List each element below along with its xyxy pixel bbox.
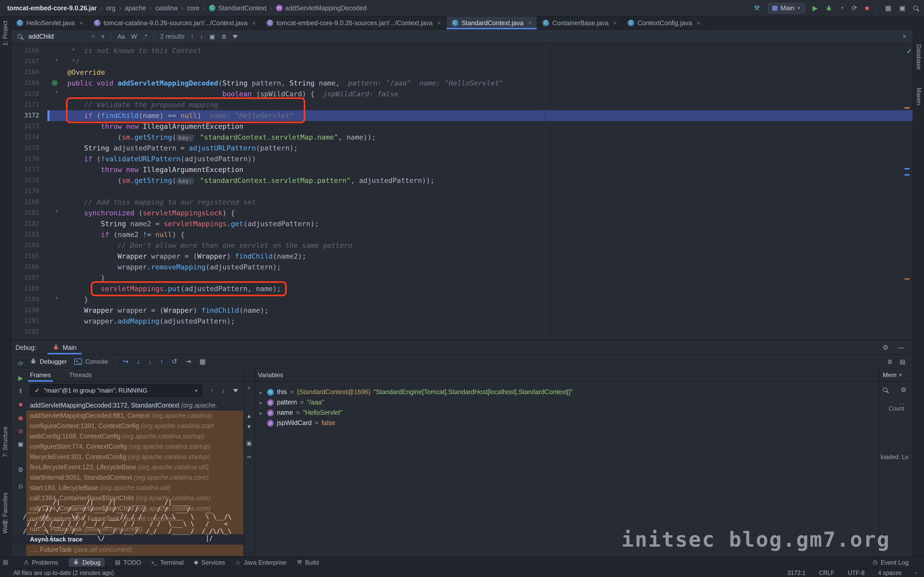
code-line: * is not known to this Context: [50, 45, 503, 56]
file-encoding[interactable]: UTF-8: [848, 569, 864, 576]
rerun-icon[interactable]: ⟳: [13, 360, 28, 367]
settings-gear-icon[interactable]: ⚙: [13, 466, 28, 474]
variable-row[interactable]: ▸≡this = {StandardContext@1696} "Standar…: [258, 387, 573, 397]
close-find-bar-icon[interactable]: ×: [903, 32, 906, 40]
code-line: wrapper.addMapping(adjustedPattern);: [50, 316, 503, 327]
tool-windows-button[interactable]: ▦: [885, 5, 892, 11]
clear-search-icon[interactable]: ×: [91, 33, 95, 40]
editor-tab[interactable]: Ctomcat-catalina-9.0.26-sources.jar!/...…: [89, 16, 262, 29]
select-all-occurrences-icon[interactable]: ▣: [209, 33, 215, 40]
search-input[interactable]: addChild: [28, 33, 85, 40]
search-toggle-[interactable]: .*: [143, 33, 147, 40]
caret-position[interactable]: 3172:1: [787, 569, 805, 576]
stop-icon[interactable]: ■: [13, 401, 28, 408]
variable-row[interactable]: ▸pname = "HelloServlet": [258, 408, 342, 418]
fold-marker-icon[interactable]: ▾: [53, 295, 60, 300]
build-icon: ⚒: [297, 559, 302, 566]
close-tab-icon[interactable]: ×: [79, 19, 83, 27]
breadcrumb-item[interactable]: CStandardContext: [209, 4, 267, 11]
toolwindow-todo[interactable]: ▤TODO: [115, 559, 141, 566]
fold-marker-icon[interactable]: ▾: [53, 57, 60, 62]
editor-tab[interactable]: CContextConfig.java×: [623, 16, 706, 29]
breadcrumb-separator: ›: [150, 4, 152, 11]
event-log-icon: ◷: [873, 559, 877, 566]
code-line: // Add this mapping to our registered se…: [50, 197, 503, 208]
editor-tab[interactable]: Ctomcat-embed-core-9.0.26-sources.jar!/.…: [262, 16, 446, 29]
breadcrumb-item[interactable]: core: [187, 4, 200, 11]
coverage-button[interactable]: ◔: [840, 5, 844, 11]
toolwindow-java-enterprise[interactable]: ♨Java Enterprise: [235, 559, 287, 566]
override-method-icon[interactable]: ↑: [52, 80, 58, 86]
variable-row[interactable]: pjspWildCard = false: [258, 418, 335, 428]
tool-window-switcher-icon[interactable]: ▦: [3, 558, 8, 566]
view-breakpoints-icon[interactable]: ◉: [13, 414, 28, 421]
editor-tab[interactable]: CStandardContext.java×: [446, 16, 537, 29]
inspections-ok-icon[interactable]: ✓: [906, 47, 912, 55]
expand-node-icon[interactable]: ▸: [258, 400, 264, 405]
editor-tab[interactable]: CHelloServlet.java×: [11, 16, 89, 29]
expand-node-icon[interactable]: ▸: [258, 389, 264, 395]
stop-button[interactable]: ■: [865, 5, 869, 11]
mute-breakpoints-icon[interactable]: ⊘: [13, 427, 28, 435]
prev-match-icon[interactable]: ↑: [191, 33, 194, 40]
toolwindow-services[interactable]: ◆Services: [194, 559, 225, 566]
lock-icon[interactable]: ▪: [915, 570, 917, 575]
search-toggle-aa[interactable]: Aa: [117, 33, 125, 40]
stripe-item-maven[interactable]: Maven: [916, 88, 922, 105]
code-line: public void addServletMappingDecoded(Str…: [50, 78, 503, 89]
pin-icon[interactable]: ⊙: [13, 483, 28, 490]
thread-dump-icon[interactable]: ▣: [13, 440, 28, 448]
build-hammer-icon[interactable]: ⚒: [754, 5, 760, 11]
variable-row[interactable]: ▸ppattern = "/aaa": [258, 397, 324, 408]
editor-tab[interactable]: CContainerBase.java×: [538, 16, 623, 29]
close-tab-icon[interactable]: ×: [528, 19, 532, 27]
next-match-icon[interactable]: ↓: [200, 33, 203, 40]
pause-icon[interactable]: ‖: [13, 387, 28, 395]
memory-settings-gear-icon[interactable]: ⚙: [901, 386, 906, 393]
stripe-item--project[interactable]: 1: Project: [2, 21, 8, 45]
resume-icon[interactable]: ▶: [13, 374, 28, 382]
class-icon: C: [543, 19, 549, 26]
search-history-icon[interactable]: ▾: [101, 32, 105, 40]
close-tab-icon[interactable]: ×: [613, 19, 617, 27]
breadcrumb-item[interactable]: maddServletMappingDecoded: [276, 4, 367, 11]
stripe-item-database[interactable]: Database: [916, 44, 922, 69]
separator: [111, 32, 111, 40]
separator: [877, 4, 877, 12]
breadcrumb-item[interactable]: catalina: [155, 4, 178, 11]
run-button[interactable]: ▶: [813, 5, 818, 11]
debug-button[interactable]: [825, 5, 832, 11]
search-toggle-w[interactable]: W: [131, 33, 137, 40]
profiler-button[interactable]: ⟳: [851, 5, 857, 11]
breadcrumb-item[interactable]: apache: [125, 4, 146, 11]
indent-style[interactable]: 4 spaces: [878, 569, 902, 576]
stripe-item-web[interactable]: Web: [2, 521, 8, 533]
toolwindow-debug[interactable]: Debug: [68, 558, 105, 567]
toolwindow-terminal[interactable]: >_Terminal: [152, 559, 184, 566]
line-separator[interactable]: CRLF: [819, 569, 834, 576]
monitor-button[interactable]: ▣: [899, 5, 905, 11]
search-everywhere-button[interactable]: [913, 6, 918, 10]
toolwindow-event-log[interactable]: ◷Event Log: [873, 559, 924, 566]
expand-node-icon[interactable]: ▸: [258, 410, 264, 416]
stripe-item--favorites[interactable]: 2: Favorites: [2, 493, 8, 524]
run-config-selector[interactable]: Main▾: [767, 3, 804, 13]
close-tab-icon[interactable]: ×: [252, 19, 256, 27]
close-tab-icon[interactable]: ×: [696, 19, 700, 27]
find-options-icon[interactable]: ≣: [221, 33, 226, 40]
breadcrumb-item[interactable]: tomcat-embed-core-9.0.26.jar: [7, 4, 97, 11]
stripe-item--structure[interactable]: 7: Structure: [2, 427, 8, 457]
close-tab-icon[interactable]: ×: [437, 19, 441, 27]
filter-icon[interactable]: [233, 33, 238, 40]
scrollbar-mark: [905, 107, 909, 109]
memory-search-icon[interactable]: [883, 387, 887, 392]
fold-marker-icon[interactable]: ▾: [53, 90, 60, 95]
toolwindow-build[interactable]: ⚒Build: [297, 559, 319, 566]
separator: [153, 32, 154, 40]
breadcrumb-item[interactable]: org: [106, 4, 115, 11]
fold-marker-icon[interactable]: ▾: [53, 209, 60, 214]
code-editor[interactable]: 3166316731683169317031713172317331743175…: [11, 43, 913, 340]
code-line: throw new IllegalArgumentException: [50, 164, 503, 175]
toolwindow-problems[interactable]: ⚠Problems: [24, 559, 58, 566]
code-line: wrapper.removeMapping(adjustedPattern);: [50, 262, 503, 272]
